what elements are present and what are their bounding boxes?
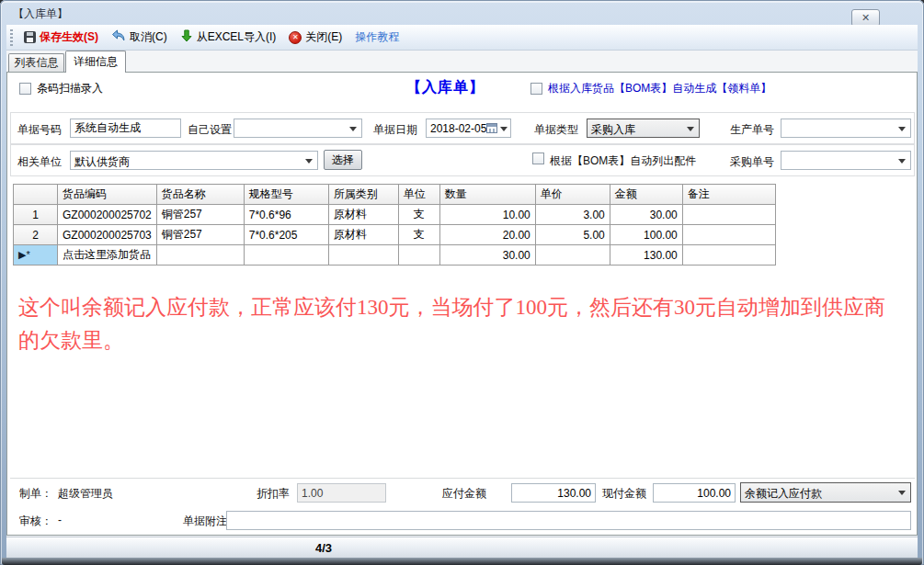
cell-category[interactable] (328, 245, 398, 266)
down-arrow-icon (180, 29, 193, 45)
prod-no-combobox[interactable] (781, 119, 911, 138)
detail-tab-page: 条码扫描录入 【入库单】 根据入库货品【BOM表】自动生成【领料单】 单据号码 … (6, 72, 918, 536)
related-unit-combobox[interactable]: 默认供货商 (70, 151, 318, 170)
cell-category[interactable]: 原材料 (328, 225, 398, 245)
bom-list-label: 根据【BOM表】自动列出配件 (550, 153, 696, 169)
save-button[interactable]: 保存生效(S) (17, 27, 105, 49)
window-title: 【入库单】 (13, 6, 68, 22)
audit-label: 审核： (19, 514, 52, 529)
col-header-price[interactable]: 单价 (535, 185, 610, 205)
row-number[interactable]: 2 (14, 225, 58, 245)
close-form-button[interactable]: ✕ 关闭(E) (282, 27, 348, 49)
col-header-amount[interactable]: 金额 (610, 185, 682, 205)
cell-price[interactable] (535, 245, 610, 266)
audit-value: - (58, 514, 62, 526)
col-header-name[interactable]: 货品名称 (156, 185, 244, 205)
cell-amount[interactable]: 100.00 (610, 225, 682, 245)
new-row-marker[interactable]: ▶* (14, 245, 58, 266)
tab-detail-info[interactable]: 详细信息 (65, 51, 126, 73)
table-row: 2 GZ000200025703 铜管257 7*0.6*205 原材料 支 2… (14, 225, 776, 245)
doc-type-combobox-value: 采购入库 (591, 122, 635, 138)
table-header-row: 货品编码 货品名称 规格型号 所属类别 单位 数量 单价 金额 备注 (14, 185, 776, 205)
maker-value: 超级管理员 (58, 486, 113, 502)
bom-list-checkbox[interactable] (532, 153, 544, 164)
cell-code[interactable]: GZ000200025703 (58, 225, 157, 245)
cell-remark[interactable] (682, 245, 775, 266)
cell-category[interactable]: 原材料 (328, 205, 398, 225)
chevron-down-icon (305, 159, 313, 167)
save-button-label: 保存生效(S) (40, 29, 98, 45)
chevron-down-icon (500, 127, 508, 135)
chevron-down-icon (898, 127, 906, 135)
cell-price[interactable]: 5.00 (535, 225, 610, 245)
cell-spec[interactable]: 7*0.6*205 (244, 225, 328, 245)
toolbar-grip[interactable] (10, 29, 13, 46)
prod-no-label: 生产单号 (730, 122, 774, 138)
tutorial-link-label: 操作教程 (355, 29, 399, 45)
balance-mode-combobox[interactable]: 余额记入应付款 (740, 482, 911, 503)
col-header-qty[interactable]: 数量 (439, 185, 535, 205)
toolbar: 保存生效(S) 取消(C) 从EXCEL导入(I) ✕ 关闭(E) 操作教程 (6, 25, 918, 51)
chevron-down-icon (898, 491, 906, 499)
balance-mode-value: 余额记入应付款 (745, 486, 822, 502)
note-input[interactable] (226, 511, 911, 530)
form-title: 【入库单】 (406, 78, 485, 97)
amount-total-cell: 130.00 (610, 245, 682, 266)
cell-unit[interactable] (398, 245, 439, 266)
cell-unit[interactable]: 支 (398, 225, 439, 245)
payable-input[interactable] (511, 483, 596, 503)
cell-remark[interactable] (682, 225, 775, 245)
tutorial-link[interactable]: 操作教程 (348, 27, 405, 49)
cell-amount[interactable]: 30.00 (610, 205, 682, 225)
cancel-button[interactable]: 取消(C) (105, 27, 174, 49)
self-set-label: 自己设置 (188, 122, 232, 138)
col-header-spec[interactable]: 规格型号 (244, 185, 328, 205)
chevron-down-icon (349, 127, 357, 135)
doc-date-value: 2018-02-05 (430, 122, 486, 135)
tab-list-info[interactable]: 列表信息 (8, 53, 64, 72)
add-goods-cell[interactable]: 点击这里添加货品 (58, 245, 157, 266)
select-supplier-button[interactable]: 选择 (324, 150, 362, 170)
bom-generate-checkbox[interactable] (530, 83, 542, 95)
cell-name[interactable]: 铜管257 (156, 225, 244, 245)
doc-no-input[interactable] (70, 119, 181, 138)
cell-price[interactable]: 3.00 (535, 205, 610, 225)
related-unit-label: 相关单位 (17, 154, 62, 170)
annotation-text: 这个叫余额记入应付款，正常应该付130元，当场付了100元，然后还有30元自动增… (18, 291, 899, 357)
row-number[interactable]: 1 (14, 205, 58, 225)
barcode-scan-checkbox[interactable] (19, 83, 31, 95)
payable-label: 应付金额 (442, 486, 486, 502)
close-form-button-label: 关闭(E) (305, 29, 342, 45)
chevron-down-icon (687, 127, 694, 135)
status-bar: 4/3 (6, 537, 918, 558)
related-unit-combobox-value: 默认供货商 (74, 154, 130, 170)
cell-unit[interactable]: 支 (398, 205, 439, 225)
cell-name[interactable] (156, 245, 244, 266)
cell-spec[interactable] (244, 245, 328, 266)
table-new-row: ▶* 点击这里添加货品 30.00 130.00 (14, 245, 776, 266)
purchase-no-combobox[interactable] (781, 151, 911, 170)
footer-separator (10, 478, 915, 479)
col-header-code[interactable]: 货品编码 (58, 185, 157, 205)
paid-label: 现付金额 (602, 486, 646, 502)
col-header-remark[interactable]: 备注 (682, 185, 775, 205)
cell-qty[interactable]: 20.00 (439, 225, 535, 245)
cell-qty[interactable]: 10.00 (439, 205, 535, 225)
undo-arrow-icon (111, 29, 126, 45)
cell-spec[interactable]: 7*0.6*96 (244, 205, 328, 225)
col-header-category[interactable]: 所属类别 (328, 185, 398, 205)
page-indicator: 4/3 (315, 541, 332, 555)
col-header-unit[interactable]: 单位 (398, 185, 439, 205)
cell-remark[interactable] (682, 205, 775, 225)
excel-import-button[interactable]: 从EXCEL导入(I) (174, 27, 283, 49)
barcode-scan-label: 条码扫描录入 (37, 81, 103, 96)
paid-input[interactable] (653, 483, 736, 503)
cell-code[interactable]: GZ000200025702 (58, 205, 157, 225)
doc-date-picker[interactable]: 2018-02-05 (426, 119, 511, 138)
bom-generate-label: 根据入库货品【BOM表】自动生成【领料单】 (548, 81, 771, 96)
doc-type-combobox[interactable]: 采购入库 (587, 119, 700, 138)
cell-name[interactable]: 铜管257 (156, 205, 244, 225)
discount-label: 折扣率 (257, 486, 290, 502)
self-set-combobox[interactable] (234, 119, 362, 138)
cancel-button-label: 取消(C) (130, 29, 167, 45)
